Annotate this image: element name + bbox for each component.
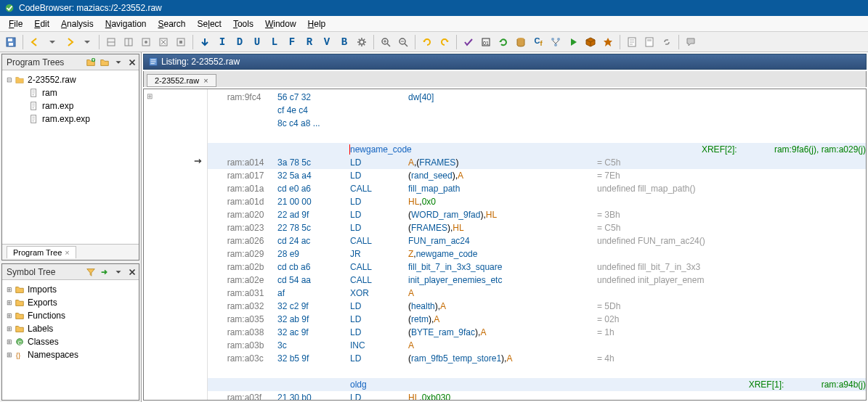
letter-l-icon[interactable]: L xyxy=(267,34,283,50)
panel-close-icon[interactable] xyxy=(126,266,139,279)
code-row[interactable]: ram:9fc456 c7 32dw[40] xyxy=(208,91,866,104)
code-row[interactable]: ram:a03c32 b5 9fLD(ram_9fb5_temp_store1)… xyxy=(208,352,866,365)
save-icon[interactable] xyxy=(3,34,19,50)
letter-f-icon[interactable]: F xyxy=(284,34,300,50)
menu-window[interactable]: Window xyxy=(259,17,302,30)
letter-r-icon[interactable]: R xyxy=(301,34,317,50)
link-icon[interactable] xyxy=(659,34,675,50)
twisty-icon[interactable]: ⊟ xyxy=(5,76,14,83)
forward-icon[interactable] xyxy=(62,34,78,50)
symbol-tree-item[interactable]: ⊞Functions xyxy=(5,309,136,322)
code-row[interactable]: cf 4e c4 xyxy=(208,104,866,117)
play-icon[interactable] xyxy=(565,34,581,50)
check-icon[interactable] xyxy=(461,34,476,50)
menu-navigation[interactable]: Navigation xyxy=(100,17,153,30)
code-row[interactable]: ram:a03f21 30 b0LDHL,0xb030 xyxy=(208,391,866,400)
tree-item[interactable]: ram xyxy=(5,86,136,99)
undo-icon[interactable] xyxy=(419,34,435,50)
code-row[interactable]: ram:a02322 78 5cLD(FRAMES),HL= C5h xyxy=(208,221,866,234)
panel-close-icon[interactable] xyxy=(126,56,139,69)
close-icon[interactable]: × xyxy=(65,248,69,257)
down-arrow-icon[interactable] xyxy=(197,34,213,50)
nav2-icon[interactable] xyxy=(121,34,137,50)
code-row[interactable]: oldgXREF[1]:ram:a94b(j) xyxy=(208,378,866,391)
bubble-icon[interactable] xyxy=(683,34,699,50)
code-row[interactable]: ram:a01d21 00 00LDHL,0x0 xyxy=(208,195,866,208)
twisty-icon[interactable]: ⊞ xyxy=(5,286,14,293)
forward-dropdown-icon[interactable] xyxy=(79,34,95,50)
symbol-tree-item[interactable]: ⊞Labels xyxy=(5,322,136,335)
code-row[interactable]: ram:a02928 e9JRZ,newgame_code xyxy=(208,247,866,261)
nav3-icon[interactable] xyxy=(138,34,154,50)
doc2-icon[interactable] xyxy=(641,34,657,50)
symbol-tree-item[interactable]: ⊞CClasses xyxy=(5,335,136,348)
code-row[interactable]: ram:a03532 ab 9fLD(retm),A= 02h xyxy=(208,313,866,326)
cf-icon[interactable]: Cf xyxy=(530,34,546,50)
menu-search[interactable]: Search xyxy=(152,17,191,30)
code-row[interactable]: ram:a02ecd 54 aaCALLinit_player_enemies_… xyxy=(208,274,866,287)
reload-icon[interactable] xyxy=(495,34,511,50)
menu-help[interactable]: Help xyxy=(302,17,332,30)
code-row[interactable]: ram:a03832 ac 9fLD(BYTE_ram_9fac),A= 1h xyxy=(208,326,866,339)
code-row[interactable]: 8c c4 a8 ... xyxy=(208,117,866,130)
listing-body[interactable]: ⊞ ram:9fc456 c7 32dw[40] cf 4e c4 8c c4 … xyxy=(143,89,867,401)
twisty-icon[interactable]: ⊞ xyxy=(5,351,14,358)
close-icon[interactable]: × xyxy=(203,76,208,85)
letter-i-icon[interactable]: I xyxy=(214,34,230,50)
code-row[interactable]: ram:a02022 ad 9fLD(WORD_ram_9fad),HL= 3B… xyxy=(208,208,866,221)
letter-v-icon[interactable]: V xyxy=(319,34,335,50)
cube-icon[interactable] xyxy=(583,34,599,50)
back-icon[interactable] xyxy=(27,34,43,50)
letter-d-icon[interactable]: D xyxy=(232,34,248,50)
redo-icon[interactable] xyxy=(437,34,453,50)
code-row[interactable]: ram:a03232 c2 9fLD(health),A= 5Dh xyxy=(208,300,866,313)
panel-openfolder-icon[interactable] xyxy=(98,56,111,69)
menu-select[interactable]: Select xyxy=(192,17,227,30)
symbol-tree-item[interactable]: ⊞{}Namespaces xyxy=(5,348,136,361)
bin-icon[interactable]: 01 xyxy=(478,34,494,50)
code-row[interactable]: ram:a01732 5a a4LD(rand_seed),A= 7Eh xyxy=(208,169,866,182)
menu-analysis[interactable]: Analysis xyxy=(55,17,100,30)
nav4-icon[interactable] xyxy=(155,34,171,50)
tree-icon[interactable] xyxy=(548,34,564,50)
twisty-icon[interactable]: ⊞ xyxy=(5,325,14,332)
code-row[interactable]: newgame_codeXREF[2]:ram:9fa6(j), ram:a02… xyxy=(208,143,866,156)
panel-dropdown-icon[interactable] xyxy=(112,56,125,69)
code-row[interactable]: ram:a026cd 24 acCALLFUN_ram_ac24undefine… xyxy=(208,234,866,247)
code-row[interactable]: ram:a01acd e0 a6CALLfill_map_pathundefin… xyxy=(208,182,866,195)
filter-icon[interactable] xyxy=(84,266,97,279)
doc1-icon[interactable] xyxy=(624,34,640,50)
menu-edit[interactable]: Edit xyxy=(28,17,55,30)
star-icon[interactable] xyxy=(600,34,616,50)
letter-u-icon[interactable]: U xyxy=(249,34,265,50)
code-row[interactable]: ram:a031afXORA xyxy=(208,287,866,300)
code-row[interactable]: ram:a0143a 78 5cLDA,(FRAMES)= C5h xyxy=(208,156,866,169)
letter-b-icon[interactable]: B xyxy=(336,34,352,50)
menu-tools[interactable]: Tools xyxy=(227,17,259,30)
goto-icon[interactable] xyxy=(98,266,111,279)
twisty-icon[interactable]: ⊞ xyxy=(5,312,14,319)
zoom-out-icon[interactable] xyxy=(395,34,411,50)
db-icon[interactable] xyxy=(513,34,529,50)
symbol-tree-item[interactable]: ⊞Exports xyxy=(5,296,136,309)
tab-listing-file[interactable]: 2-23552.raw × xyxy=(147,74,216,87)
back-dropdown-icon[interactable] xyxy=(44,34,60,50)
tab-program-tree[interactable]: Program Tree × xyxy=(7,246,76,258)
menu-file[interactable]: File xyxy=(3,17,28,30)
code-row[interactable]: ram:a02bcd cb a6CALLfill_bit_7_in_3x3_sq… xyxy=(208,261,866,274)
panel-newfolder-icon[interactable] xyxy=(84,56,97,69)
expand-marker-icon[interactable]: ⊞ xyxy=(147,92,153,100)
tree-item[interactable]: ram.exp xyxy=(5,99,136,112)
gear-icon[interactable] xyxy=(354,34,370,50)
code-area[interactable]: ram:9fc456 c7 32dw[40] cf 4e c4 8c c4 a8… xyxy=(208,89,866,400)
symbol-tree-item[interactable]: ⊞Imports xyxy=(5,283,136,296)
nav5-icon[interactable] xyxy=(173,34,189,50)
panel-dropdown-icon[interactable] xyxy=(112,266,125,279)
tree-item[interactable]: ram.exp.exp xyxy=(5,112,136,126)
twisty-icon[interactable]: ⊞ xyxy=(5,299,14,306)
nav1-icon[interactable] xyxy=(103,34,119,50)
zoom-in-icon[interactable] xyxy=(378,34,394,50)
twisty-icon[interactable]: ⊞ xyxy=(5,338,14,345)
tree-root[interactable]: ⊟ 2-23552.raw xyxy=(5,73,136,86)
code-row[interactable]: ram:a03b3cINCA xyxy=(208,339,866,352)
